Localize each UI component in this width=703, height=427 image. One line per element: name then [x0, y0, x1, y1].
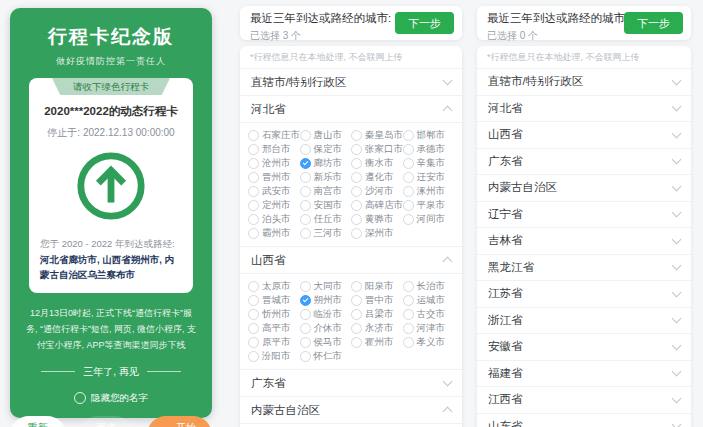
radio-icon[interactable]: [351, 130, 362, 141]
radio-icon[interactable]: [403, 172, 414, 183]
province-row[interactable]: 山东省: [477, 414, 691, 427]
city-option[interactable]: 石家庄市: [248, 128, 300, 142]
radio-icon[interactable]: [351, 158, 362, 169]
city-option[interactable]: 古交市: [403, 307, 455, 321]
city-option[interactable]: 朔州市: [300, 293, 352, 307]
radio-icon[interactable]: [248, 351, 259, 362]
radio-icon[interactable]: [351, 295, 362, 306]
city-option[interactable]: 张家口市: [351, 142, 403, 156]
radio-icon[interactable]: [300, 130, 311, 141]
radio-icon[interactable]: [300, 309, 311, 320]
radio-icon[interactable]: [300, 214, 311, 225]
city-option[interactable]: 高碑店市: [351, 198, 403, 212]
city-option[interactable]: 晋州市: [248, 170, 300, 184]
province-row[interactable]: 河北省: [477, 96, 691, 123]
radio-icon[interactable]: [248, 214, 259, 225]
city-option[interactable]: 沧州市: [248, 156, 300, 170]
province-row[interactable]: 直辖市/特别行政区: [240, 69, 462, 96]
radio-icon[interactable]: [351, 281, 362, 292]
city-option[interactable]: 晋中市: [351, 293, 403, 307]
city-option[interactable]: 黄骅市: [351, 212, 403, 226]
radio-icon[interactable]: [403, 158, 414, 169]
radio-icon[interactable]: [248, 309, 259, 320]
radio-icon[interactable]: [300, 144, 311, 155]
province-row[interactable]: 辽宁省: [477, 202, 691, 229]
city-option[interactable]: 晋城市: [248, 293, 300, 307]
city-option[interactable]: 霍州市: [351, 335, 403, 349]
radio-icon[interactable]: [351, 200, 362, 211]
radio-icon[interactable]: [248, 172, 259, 183]
radio-icon[interactable]: [351, 323, 362, 334]
city-option[interactable]: 武安市: [248, 184, 300, 198]
radio-icon[interactable]: [351, 214, 362, 225]
province-row[interactable]: 江苏省: [477, 281, 691, 308]
hide-name-checkbox-row[interactable]: 隐藏您的名字: [74, 392, 148, 405]
city-option[interactable]: 原平市: [248, 335, 300, 349]
checked-radio-icon[interactable]: [300, 295, 311, 306]
radio-icon[interactable]: [403, 281, 414, 292]
radio-icon[interactable]: [403, 144, 414, 155]
radio-icon[interactable]: [248, 200, 259, 211]
city-option[interactable]: 任丘市: [300, 212, 352, 226]
city-option[interactable]: 河津市: [403, 321, 455, 335]
radio-icon[interactable]: [300, 228, 311, 239]
city-option[interactable]: 孝义市: [403, 335, 455, 349]
province-row[interactable]: 浙江省: [477, 308, 691, 335]
city-option[interactable]: 安国市: [300, 198, 352, 212]
province-row[interactable]: 黑龙江省: [477, 255, 691, 282]
radio-icon[interactable]: [300, 172, 311, 183]
refill-button[interactable]: 重新填写: [10, 416, 66, 427]
radio-icon[interactable]: [403, 130, 414, 141]
radio-icon[interactable]: [300, 323, 311, 334]
radio-icon[interactable]: [248, 144, 259, 155]
radio-icon[interactable]: [248, 186, 259, 197]
radio-icon[interactable]: [300, 281, 311, 292]
radio-icon[interactable]: [300, 337, 311, 348]
city-option[interactable]: 高平市: [248, 321, 300, 335]
city-option[interactable]: 新乐市: [300, 170, 352, 184]
radio-icon[interactable]: [403, 309, 414, 320]
city-option[interactable]: 永济市: [351, 321, 403, 335]
city-option[interactable]: 迁安市: [403, 170, 455, 184]
city-option[interactable]: 衡水市: [351, 156, 403, 170]
city-option[interactable]: 大同市: [300, 279, 352, 293]
city-option[interactable]: 遵化市: [351, 170, 403, 184]
radio-icon[interactable]: [300, 186, 311, 197]
radio-icon[interactable]: [351, 309, 362, 320]
radio-icon[interactable]: [248, 337, 259, 348]
radio-icon[interactable]: [248, 130, 259, 141]
city-option[interactable]: 邯郸市: [403, 128, 455, 142]
city-option[interactable]: 吕梁市: [351, 307, 403, 321]
checked-radio-icon[interactable]: [300, 158, 311, 169]
next-step-button[interactable]: 下一步: [395, 12, 454, 34]
province-row[interactable]: 安徽省: [477, 334, 691, 361]
radio-icon[interactable]: [351, 186, 362, 197]
city-option[interactable]: 唐山市: [300, 128, 352, 142]
city-option[interactable]: 霸州市: [248, 226, 300, 240]
radio-icon[interactable]: [300, 200, 311, 211]
province-row[interactable]: 吉林省: [477, 228, 691, 255]
radio-icon[interactable]: [403, 323, 414, 334]
province-row[interactable]: 直辖市/特别行政区: [477, 69, 691, 96]
province-row[interactable]: 山西省: [477, 122, 691, 149]
city-option[interactable]: 辛集市: [403, 156, 455, 170]
radio-icon[interactable]: [403, 200, 414, 211]
city-option[interactable]: 河间市: [403, 212, 455, 226]
radio-icon[interactable]: [351, 228, 362, 239]
city-option[interactable]: 三河市: [300, 226, 352, 240]
radio-icon[interactable]: [351, 337, 362, 348]
city-option[interactable]: 沙河市: [351, 184, 403, 198]
city-option[interactable]: 廊坊市: [300, 156, 352, 170]
city-option[interactable]: 泊头市: [248, 212, 300, 226]
radio-icon[interactable]: [248, 295, 259, 306]
city-option[interactable]: 深州市: [351, 226, 403, 240]
province-row[interactable]: 山西省: [240, 247, 462, 274]
province-row[interactable]: 江西省: [477, 387, 691, 414]
city-option[interactable]: 邢台市: [248, 142, 300, 156]
radio-icon[interactable]: [248, 228, 259, 239]
city-option[interactable]: 涿州市: [403, 184, 455, 198]
province-row[interactable]: 福建省: [477, 361, 691, 388]
city-option[interactable]: 定州市: [248, 198, 300, 212]
radio-icon[interactable]: [403, 214, 414, 225]
province-row[interactable]: 内蒙古自治区: [477, 175, 691, 202]
